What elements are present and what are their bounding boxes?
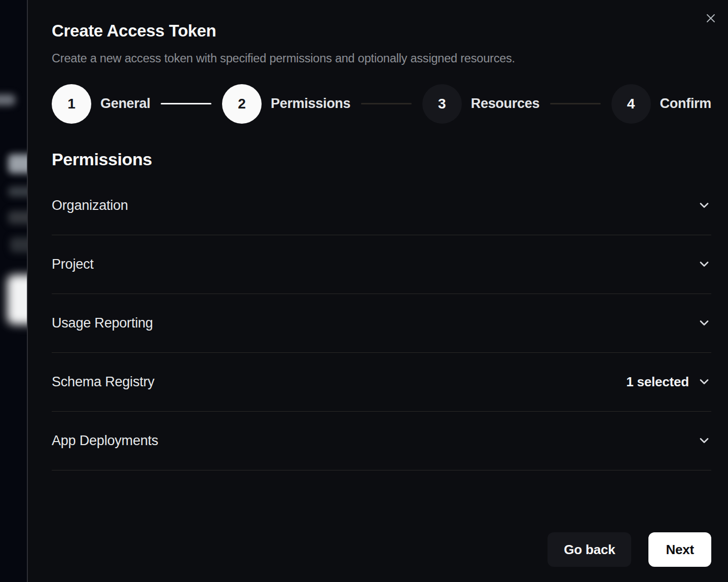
go-back-button[interactable]: Go back — [548, 532, 631, 567]
permission-row-usage-reporting[interactable]: Usage Reporting — [52, 294, 711, 353]
chevron-down-icon — [697, 198, 711, 212]
step-permissions[interactable]: 2 Permissions — [222, 84, 350, 124]
step-number-badge: 2 — [222, 84, 262, 124]
step-label: Resources — [471, 96, 539, 112]
permission-row-label: Usage Reporting — [52, 315, 153, 331]
permission-row-schema-registry[interactable]: Schema Registry 1 selected — [52, 353, 711, 412]
step-resources[interactable]: 3 Resources — [422, 84, 539, 124]
background-blur-artifact — [8, 154, 27, 173]
chevron-down-icon — [697, 433, 711, 448]
step-connector — [361, 103, 412, 104]
step-general[interactable]: 1 General — [52, 84, 150, 124]
permission-row-label: Organization — [52, 198, 128, 213]
permission-row-label: Schema Registry — [52, 374, 155, 390]
permission-row-organization[interactable]: Organization — [52, 176, 711, 235]
step-number-badge: 3 — [422, 84, 462, 124]
modal-subtitle: Create a new access token with specified… — [52, 52, 711, 65]
step-label: Permissions — [271, 96, 350, 112]
permissions-list: Organization Project Usage Reporting — [52, 176, 711, 470]
close-button[interactable] — [703, 11, 718, 26]
section-heading-permissions: Permissions — [52, 150, 711, 169]
step-label: Confirm — [660, 96, 711, 112]
background-blur-artifact — [0, 94, 15, 105]
chevron-down-icon — [697, 316, 711, 330]
chevron-down-icon — [697, 375, 711, 389]
create-access-token-modal: Create Access Token Create a new access … — [28, 0, 728, 582]
step-number-badge: 4 — [611, 84, 651, 124]
close-icon — [705, 12, 717, 24]
permission-row-label: Project — [52, 257, 94, 272]
background-blur-artifact — [8, 187, 27, 197]
step-connector — [161, 103, 211, 104]
selected-count-badge: 1 selected — [626, 374, 689, 390]
page-title: Create Access Token — [52, 21, 711, 41]
background-blur-artifact — [7, 275, 27, 324]
step-number-badge: 1 — [52, 84, 91, 124]
permission-row-label: App Deployments — [52, 433, 158, 449]
background-blur-artifact — [8, 211, 27, 224]
step-label: General — [100, 96, 150, 112]
background-page-strip — [0, 0, 27, 582]
chevron-down-icon — [697, 257, 711, 271]
permission-row-app-deployments[interactable]: App Deployments — [52, 412, 711, 470]
step-confirm[interactable]: 4 Confirm — [611, 84, 711, 124]
modal-footer: Go back Next — [548, 532, 711, 567]
next-button[interactable]: Next — [648, 532, 711, 567]
background-blur-artifact — [10, 237, 27, 252]
permission-row-project[interactable]: Project — [52, 235, 711, 294]
step-connector — [550, 103, 601, 104]
wizard-stepper: 1 General 2 Permissions 3 Resources 4 Co… — [52, 84, 711, 124]
